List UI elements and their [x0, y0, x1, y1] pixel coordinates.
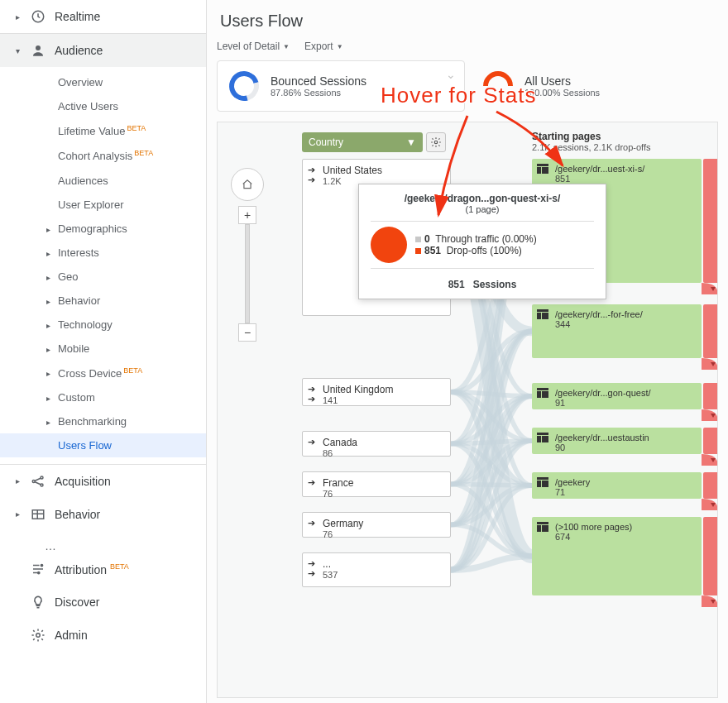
zoom-home-button[interactable] — [231, 168, 264, 201]
svg-rect-11 — [537, 167, 541, 174]
flow-tooltip: /geekery/dragon...gon-quest-xi-s/ (1 pag… — [358, 184, 606, 299]
zoom-controls: + − — [231, 168, 264, 342]
settings-button[interactable] — [426, 132, 446, 152]
nav-label: Behavior — [55, 508, 100, 521]
page-node[interactable]: /geekery71 — [532, 472, 702, 499]
page-icon — [537, 522, 548, 532]
sidebar-item-user-explorer[interactable]: User Explorer — [0, 193, 206, 217]
zoom-out-button[interactable]: − — [238, 323, 256, 342]
page-value: 851 — [555, 174, 697, 184]
tooltip-subtitle: (1 page) — [371, 204, 594, 214]
sidebar-item-users-flow[interactable]: Users Flow — [0, 433, 206, 457]
sidebar-item-overview[interactable]: Overview — [0, 70, 206, 94]
chevron-right-icon: ▸ — [46, 369, 50, 378]
page-value: 91 — [555, 398, 697, 408]
sidebar-item-lifetime-value[interactable]: Lifetime ValueBETA — [0, 118, 206, 143]
country-node[interactable]: ➔France76 — [302, 471, 451, 497]
chevron-down-icon: ▼ — [406, 136, 416, 148]
page-name: /geekery/dr...uestaustin — [555, 433, 697, 442]
nav-admin[interactable]: Admin — [0, 619, 206, 652]
beta-badge: BETA — [127, 124, 146, 132]
level-of-detail-dropdown[interactable]: Level of Detail▼ — [217, 41, 290, 52]
nav-label: Realtime — [55, 10, 100, 23]
donut-icon — [477, 65, 520, 108]
nav-behavior[interactable]: ▸ Behavior — [0, 498, 206, 531]
country-value: 141 — [323, 395, 443, 405]
nav-acquisition[interactable]: ▸ Acquisition — [0, 465, 206, 498]
page-icon — [537, 477, 548, 487]
page-icon — [537, 433, 548, 442]
nav-label: Acquisition — [55, 475, 111, 488]
svg-point-1 — [36, 45, 41, 50]
country-node[interactable]: ➔➔United Kingdom141 — [302, 378, 451, 406]
page-icon — [537, 388, 548, 398]
segment-title: All Users — [524, 74, 600, 88]
nav-label: Attribution BETA — [55, 562, 129, 576]
page-value: 674 — [555, 532, 697, 542]
page-node[interactable]: /geekery/dr...gon-quest/91 — [532, 383, 702, 409]
chevron-right-icon: ▸ — [46, 273, 50, 282]
nav-attribution[interactable]: Attribution BETA — [0, 552, 206, 586]
country-node[interactable]: ➔➔...537 — [302, 552, 451, 587]
nav-truncated: … — [0, 531, 206, 552]
country-node[interactable]: ➔Germany76 — [302, 512, 451, 538]
chevron-down-icon: ▾ — [13, 46, 22, 55]
dropoff-bar — [703, 472, 718, 499]
sidebar-item-interests[interactable]: ▸Interests — [0, 241, 206, 265]
sidebar-item-mobile[interactable]: ▸Mobile — [0, 337, 206, 361]
dropoff-bar — [703, 304, 718, 358]
export-dropdown[interactable]: Export▼ — [304, 41, 343, 52]
flow-canvas[interactable]: Country▼ Starting pages 2.1K sessions, 2… — [217, 122, 718, 698]
nav-realtime[interactable]: ▸ Realtime — [0, 0, 206, 33]
svg-point-7 — [38, 571, 40, 573]
chevron-right-icon: ▸ — [46, 345, 50, 354]
page-value: 71 — [555, 487, 697, 497]
sidebar-item-cross-device[interactable]: ▸Cross DeviceBETA — [0, 361, 206, 385]
segment-all-users[interactable]: All Users 100.00% Sessions — [472, 60, 718, 112]
chevron-right-icon: ▸ — [46, 225, 50, 234]
zoom-in-button[interactable]: + — [238, 206, 256, 224]
sidebar-item-geo[interactable]: ▸Geo — [0, 265, 206, 289]
sidebar-item-cohort-analysis[interactable]: Cohort AnalysisBETA — [0, 143, 206, 168]
toolbar: Level of Detail▼ Export▼ — [207, 37, 728, 60]
nav-label: Discover — [55, 595, 99, 609]
zoom-slider[interactable] — [245, 224, 250, 323]
country-name: United Kingdom — [323, 384, 443, 395]
sidebar-item-technology[interactable]: ▸Technology — [0, 313, 206, 337]
svg-rect-16 — [537, 388, 548, 390]
sidebar-item-demographics[interactable]: ▸Demographics — [0, 217, 206, 241]
dropoff-bar — [703, 517, 718, 595]
chevron-right-icon: ▸ — [46, 321, 50, 330]
nav-label: Audience — [55, 44, 103, 57]
country-name: Canada — [323, 437, 443, 448]
page-value: 90 — [555, 442, 697, 452]
chevron-right-icon: ▸ — [46, 418, 50, 427]
sidebar-item-benchmarking[interactable]: ▸Benchmarking — [0, 409, 206, 433]
svg-rect-21 — [542, 436, 548, 442]
page-name: /geekery — [555, 477, 697, 487]
svg-point-6 — [41, 564, 42, 566]
segment-bounced[interactable]: Bounced Sessions 87.86% Sessions ⌄ — [217, 60, 465, 112]
nav-label: Admin — [55, 629, 88, 642]
svg-rect-12 — [542, 167, 548, 174]
page-node[interactable]: /geekery/dr...-for-free/344 — [532, 304, 702, 358]
dimension-dropdown[interactable]: Country▼ — [302, 132, 423, 152]
page-node[interactable]: (>100 more pages)674 — [532, 517, 702, 595]
country-name: ... — [323, 558, 443, 570]
attribution-icon — [30, 561, 46, 577]
country-name: France — [323, 477, 443, 489]
sidebar-item-audiences[interactable]: Audiences — [0, 169, 206, 193]
sidebar-item-active-users[interactable]: Active Users — [0, 94, 206, 118]
sidebar-item-custom[interactable]: ▸Custom — [0, 385, 206, 409]
page-node[interactable]: /geekery/dr...uestaustin90 — [532, 428, 702, 454]
svg-rect-20 — [537, 436, 541, 442]
sidebar-item-behavior[interactable]: ▸Behavior — [0, 289, 206, 313]
svg-rect-10 — [537, 164, 548, 166]
country-value: 76 — [323, 529, 443, 539]
nav-audience[interactable]: ▾ Audience — [0, 34, 206, 67]
chevron-right-icon: ▸ — [46, 249, 50, 258]
country-value: 76 — [323, 489, 443, 499]
country-node[interactable]: ➔Canada86 — [302, 431, 451, 457]
nav-discover[interactable]: Discover — [0, 586, 206, 619]
page-title: Users Flow — [220, 12, 715, 31]
